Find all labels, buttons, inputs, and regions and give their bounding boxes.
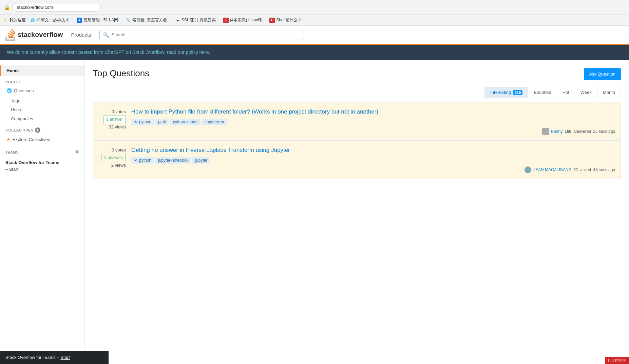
filter-tab-interesting[interactable]: Interesting 316 xyxy=(485,87,528,98)
bookmark-ssl[interactable]: ☁ SSL 证书 腾讯云实... xyxy=(175,17,219,23)
tag-importerror-q1[interactable]: importerror xyxy=(202,119,227,125)
filter-tabs: Interesting 316 Bountied Hot Week Month xyxy=(484,87,621,98)
question-list: 0 votes 1 answer 32 views How to import … xyxy=(93,102,621,179)
tag-python-q2[interactable]: 👁 python xyxy=(131,157,154,164)
bookmark-awen[interactable]: 🌐 和阿文一起学技术... xyxy=(30,17,73,23)
collectives-info-icon[interactable]: i xyxy=(35,127,40,133)
so-nav: Products xyxy=(68,32,94,38)
sidebar-item-companies[interactable]: Companies xyxy=(0,114,84,123)
so-logo[interactable]: stackoverflow xyxy=(5,29,63,41)
question-meta-q2: JEAD MACALISANG 11 asked 48 secs ago xyxy=(131,166,615,173)
time-q2: 48 secs ago xyxy=(593,167,615,172)
url-bar[interactable]: stackoverflow.com xyxy=(13,3,101,12)
so-logo-svg xyxy=(5,29,16,41)
bookmark-baidu[interactable]: 🔍 索引量_百度官方收... xyxy=(126,17,171,23)
time-q1: 25 secs ago xyxy=(593,129,615,134)
search-box[interactable]: 🔍 xyxy=(99,30,303,40)
bookmark-icon-ssl: ☁ xyxy=(175,18,180,23)
question-item: 0 votes 1 answer 32 views How to import … xyxy=(93,102,621,141)
votes-q2: 0 votes xyxy=(112,147,126,153)
sidebar-item-questions[interactable]: 🌐 Questions xyxy=(0,85,84,96)
tag-python-q1[interactable]: 👁 python xyxy=(131,119,154,125)
teams-close-button[interactable]: ✕ xyxy=(75,149,79,155)
filter-tab-month[interactable]: Month xyxy=(597,87,621,98)
page-title: Top Questions xyxy=(93,68,149,79)
user-rep-q1: 166 xyxy=(565,129,571,134)
user-avatar-q2 xyxy=(525,166,531,173)
browser-bar: 🔒 stackoverflow.com xyxy=(0,0,629,15)
bookmark-myspeed[interactable]: ⚡ 我的速度 xyxy=(3,17,26,23)
filter-tab-bountied[interactable]: Bountied xyxy=(528,87,557,98)
sidebar-item-tags[interactable]: Tags xyxy=(0,96,84,105)
question-body-q1: How to import Python file from different… xyxy=(131,108,615,135)
sidebar-item-home[interactable]: Home xyxy=(0,65,84,76)
bountied-label: Bountied xyxy=(534,90,551,95)
ask-question-button[interactable]: Ask Question xyxy=(584,68,621,80)
so-header: stackoverflow Products 🔍 xyxy=(0,26,629,45)
logo-overflow: overflow xyxy=(35,31,63,38)
tag-path-q1[interactable]: path xyxy=(155,119,169,125)
watermark: IT运维空间 xyxy=(605,357,629,364)
filter-tab-week[interactable]: Week xyxy=(575,87,597,98)
star-icon: ★ xyxy=(6,137,11,142)
bookmark-linux[interactable]: C (4条消息) Linux环... xyxy=(223,17,266,23)
tag-python-import-q1[interactable]: python-import xyxy=(170,119,200,125)
teams-promo-text: Stack Overflow for Teams – Start xyxy=(0,157,84,175)
bookmark-shell[interactable]: C Shell是什么？ xyxy=(269,17,302,23)
question-title-q2[interactable]: Getting no answer in Inverse Laplace Tra… xyxy=(131,146,615,154)
notice-banner: We do not currently allow content pasted… xyxy=(0,45,629,60)
lock-icon: 🔒 xyxy=(4,5,10,10)
bookmark-51la[interactable]: A 应用管理 - 51.LA网... xyxy=(77,17,121,23)
views-q1: 32 views xyxy=(109,124,126,129)
search-icon: 🔍 xyxy=(103,32,109,38)
bookmark-icon-baidu: 🔍 xyxy=(126,18,131,23)
bookmark-icon-myspeed: ⚡ xyxy=(3,18,8,23)
user-name-q1[interactable]: Ronny xyxy=(551,129,563,134)
action-q2: asked xyxy=(580,167,591,172)
tags-row-q1: 👁 python path python-import importerror xyxy=(131,119,615,125)
bookmark-label-awen: 和阿文一起学技术... xyxy=(37,17,73,23)
views-q2: 2 views xyxy=(111,163,126,168)
sidebar-item-users[interactable]: Users xyxy=(0,105,84,114)
notice-text: We do not currently allow content pasted… xyxy=(7,49,210,55)
content-area: Top Questions Ask Question Interesting 3… xyxy=(85,60,629,364)
bookmark-icon-awen: 🌐 xyxy=(30,18,35,23)
user-name-q2[interactable]: JEAD MACALISANG xyxy=(533,167,572,172)
tag-jupyter-q2[interactable]: jupyter xyxy=(192,157,210,164)
interesting-count-badge: 316 xyxy=(513,90,522,95)
teams-bottom-start[interactable]: Start xyxy=(60,355,70,360)
week-label: Week xyxy=(580,90,592,95)
watch-icon: 👁 xyxy=(134,120,138,124)
bookmarks-bar: ⚡ 我的速度 🌐 和阿文一起学技术... A 应用管理 - 51.LA网... … xyxy=(0,15,629,26)
month-label: Month xyxy=(603,90,615,95)
filter-tab-hot[interactable]: Hot xyxy=(557,87,575,98)
question-item-2: 0 votes 0 answers 2 views Getting no ans… xyxy=(93,141,621,179)
action-q1: answered xyxy=(573,129,591,134)
sidebar-questions-label: Questions xyxy=(14,88,34,93)
sidebar-item-explore-collectives[interactable]: ★ Explore Collectives xyxy=(0,134,84,145)
interesting-label: Interesting xyxy=(490,90,511,95)
teams-bottom-suffix: – xyxy=(57,355,61,360)
sidebar-section-collectives: COLLECTIVES i xyxy=(0,123,84,134)
sidebar-companies-label: Companies xyxy=(11,116,33,121)
teams-bottom-promo: Stack Overflow for Teams – Start xyxy=(0,351,109,364)
bookmark-icon-shell: C xyxy=(269,18,275,23)
nav-products[interactable]: Products xyxy=(68,31,94,39)
bookmark-icon-linux: C xyxy=(223,18,229,23)
teams-promo-title: Stack Overflow for Teams xyxy=(5,159,79,166)
sidebar-tags-label: Tags xyxy=(11,98,20,103)
sidebar-home-label: Home xyxy=(6,68,19,73)
user-rep-q2: 11 xyxy=(574,167,578,172)
search-input[interactable] xyxy=(112,32,299,37)
bookmark-label-myspeed: 我的速度 xyxy=(9,17,26,23)
globe-icon: 🌐 xyxy=(6,88,12,93)
votes-q1: 0 votes xyxy=(112,109,126,114)
bookmark-label-baidu: 索引量_百度官方收... xyxy=(132,17,171,23)
bookmark-icon-51la: A xyxy=(77,18,82,23)
teams-bottom-title: Stack Overflow for Teams xyxy=(5,355,56,360)
tag-jupyter-notebook-q2[interactable]: jupyter-notebook xyxy=(155,157,191,164)
sidebar-section-public: PUBLIC xyxy=(0,76,84,85)
question-title-q1[interactable]: How to import Python file from different… xyxy=(131,108,615,116)
explore-collectives-label: Explore Collectives xyxy=(13,137,50,142)
answers-badge-q1: 1 answer xyxy=(103,116,126,123)
